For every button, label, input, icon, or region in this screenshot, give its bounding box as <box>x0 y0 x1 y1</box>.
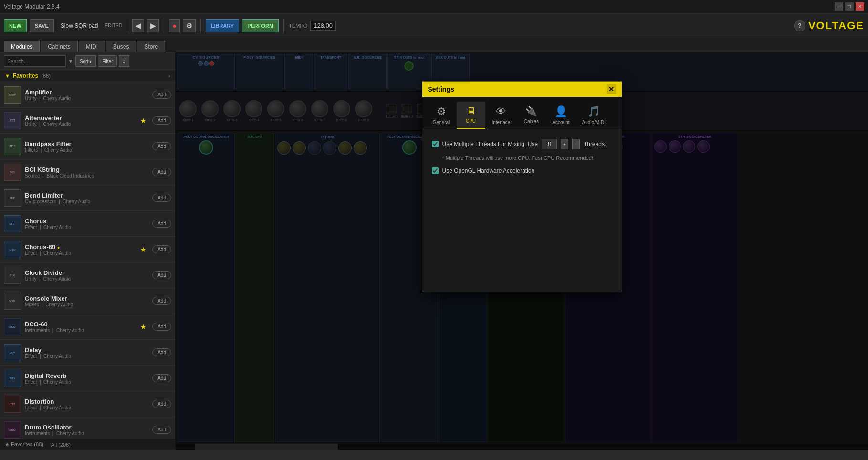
star-icon: ★ <box>140 117 146 125</box>
record-button[interactable]: ● <box>169 19 179 32</box>
maximize-button[interactable]: □ <box>845 2 854 11</box>
module-thumbnail: DLY <box>4 344 21 361</box>
undo-button[interactable]: ◀ <box>132 19 144 32</box>
settings-button[interactable]: ⚙ <box>183 19 196 32</box>
tab-modules[interactable]: Modules <box>4 41 40 52</box>
add-button[interactable]: Add <box>152 116 171 125</box>
save-button[interactable]: SAVE <box>30 19 54 32</box>
settings-tab-general[interactable]: ⚙ General <box>427 102 456 129</box>
module-thumbnail: C-60 <box>4 241 21 258</box>
use-threads-label: Use Multiple Threads For Mixing. Use <box>442 141 538 147</box>
module-thumbnail: DRM <box>4 421 21 439</box>
list-item: CLK Clock Divider Utility | Cherry Audio… <box>0 262 175 288</box>
list-item: DCO DCO-60 Instruments | Cherry Audio ★ … <box>0 314 175 340</box>
module-thumbnail: BPF <box>4 138 21 155</box>
opengl-row: Use OpenGL Hardware Acceleration <box>432 167 612 174</box>
settings-tab-cpu[interactable]: 🖥 CPU <box>457 102 485 129</box>
threads-row: Use Multiple Threads For Mixing. Use + -… <box>432 139 612 149</box>
module-thumbnail: MXR <box>4 293 21 310</box>
module-name: Clock Divider <box>25 269 148 276</box>
add-button[interactable]: Add <box>152 142 171 150</box>
settings-tab-audiomidi[interactable]: 🎵 Audio/MIDI <box>576 102 611 129</box>
module-name: Bandpass Filter <box>25 140 148 147</box>
add-button[interactable]: Add <box>152 194 171 202</box>
module-info: Chorus Effect | Cherry Audio <box>25 218 148 230</box>
settings-close-button[interactable]: ✕ <box>607 84 616 94</box>
sort-button[interactable]: Sort ▾ <box>75 55 96 67</box>
tab-account-label: Account <box>552 120 569 125</box>
thread-decrement-button[interactable]: - <box>572 139 580 149</box>
tab-cpu-label: CPU <box>466 118 476 124</box>
help-button[interactable]: ? <box>794 20 805 31</box>
module-name: Amplifier <box>25 89 148 96</box>
settings-tab-account[interactable]: 👤 Account <box>546 102 575 129</box>
settings-tab-interface[interactable]: 👁 Interface <box>486 102 516 129</box>
list-item: BPF Bandpass Filter Filters | Cherry Aud… <box>0 134 175 159</box>
perform-button[interactable]: PERFORM <box>242 19 279 32</box>
tab-midi[interactable]: MIDI <box>79 41 105 52</box>
collapse-icon: ▼ <box>5 73 10 79</box>
main-container: ▼ Sort ▾ Filter ↺ ▼ Favorites (88) › AMP <box>0 52 868 450</box>
favorites-expand-icon[interactable]: › <box>168 73 170 79</box>
thread-increment-button[interactable]: + <box>561 139 568 149</box>
add-button[interactable]: Add <box>152 91 171 99</box>
list-item: C-60 Chorus-60 ● Effect | Cherry Audio ★… <box>0 237 175 262</box>
refresh-button[interactable]: ↺ <box>119 55 129 67</box>
module-meta: Effect | Cherry Audio <box>25 354 148 359</box>
add-button[interactable]: Add <box>152 374 171 382</box>
module-meta: Effect | Cherry Audio <box>25 251 136 256</box>
list-item: CHR Chorus Effect | Cherry Audio Add <box>0 211 175 237</box>
tab-cabinets[interactable]: Cabinets <box>41 41 77 52</box>
nav-tabs: Modules Cabinets MIDI Buses Store <box>0 38 868 52</box>
module-name: Attenuverter <box>25 115 136 122</box>
close-button[interactable]: ✕ <box>856 2 864 11</box>
list-item: REV Digital Reverb Effect | Cherry Audio… <box>0 366 175 391</box>
module-info: Clock Divider Utility | Cherry Audio <box>25 269 148 282</box>
toolbar-sep-3 <box>200 19 201 33</box>
module-info: Attenuverter Utility | Cherry Audio <box>25 115 136 127</box>
new-button[interactable]: NEW <box>4 19 27 32</box>
add-button[interactable]: Add <box>152 220 171 228</box>
use-threads-checkbox[interactable] <box>432 141 439 147</box>
module-info: DCO-60 Instruments | Cherry Audio <box>25 321 136 333</box>
thread-count-input[interactable] <box>542 139 557 149</box>
list-item: DST Distortion Effect | Cherry Audio Add <box>0 391 175 417</box>
redo-button[interactable]: ▶ <box>147 19 159 32</box>
module-meta: Filters | Cherry Audio <box>25 147 148 153</box>
settings-cpu-content: Use Multiple Threads For Mixing. Use + -… <box>422 129 622 292</box>
edited-badge: EDITED <box>105 23 123 28</box>
library-button[interactable]: LIBRARY <box>206 19 239 32</box>
add-button[interactable]: Add <box>152 400 171 408</box>
interface-icon: 👁 <box>496 105 506 118</box>
add-button[interactable]: Add <box>152 271 171 279</box>
favorites-count: (88) <box>41 73 51 79</box>
search-input[interactable] <box>4 55 66 67</box>
module-meta: Source | Black Cloud Industries <box>25 173 148 178</box>
general-icon: ⚙ <box>437 105 446 118</box>
voltage-logo: VOLTAGE <box>808 20 864 32</box>
add-button[interactable]: Add <box>152 426 171 434</box>
add-button[interactable]: Add <box>152 323 171 331</box>
filter-button[interactable]: Filter <box>98 55 117 67</box>
minimize-button[interactable]: — <box>835 2 843 11</box>
tab-store[interactable]: Store <box>137 41 165 52</box>
add-button[interactable]: Add <box>152 168 171 176</box>
module-info: Console Mixer Mixers | Cherry Audio <box>25 295 148 307</box>
settings-tab-cables[interactable]: 🔌 Cables <box>517 102 545 129</box>
tab-general-label: General <box>433 120 450 125</box>
toolbar-sep-2 <box>164 19 164 33</box>
module-thumbnail: REV <box>4 370 21 387</box>
module-name: Bend Limiter <box>25 192 148 199</box>
use-opengl-checkbox[interactable] <box>432 167 439 174</box>
add-button[interactable]: Add <box>152 245 171 253</box>
favorites-status: ★ Favorites (88) <box>5 441 43 448</box>
titlebar: Voltage Modular 2.3.4 — □ ✕ <box>0 0 868 13</box>
app-title: Voltage Modular 2.3.4 <box>4 3 60 10</box>
add-button[interactable]: Add <box>152 348 171 356</box>
module-info: Drum Oscillator Instruments | Cherry Aud… <box>25 424 148 436</box>
list-item: ATT Attenuverter Utility | Cherry Audio … <box>0 108 175 134</box>
threads-suffix-label: Threads. <box>584 141 606 147</box>
add-button[interactable]: Add <box>152 297 171 305</box>
tab-buses[interactable]: Buses <box>106 41 136 52</box>
module-meta: Utility | Cherry Audio <box>25 96 148 101</box>
